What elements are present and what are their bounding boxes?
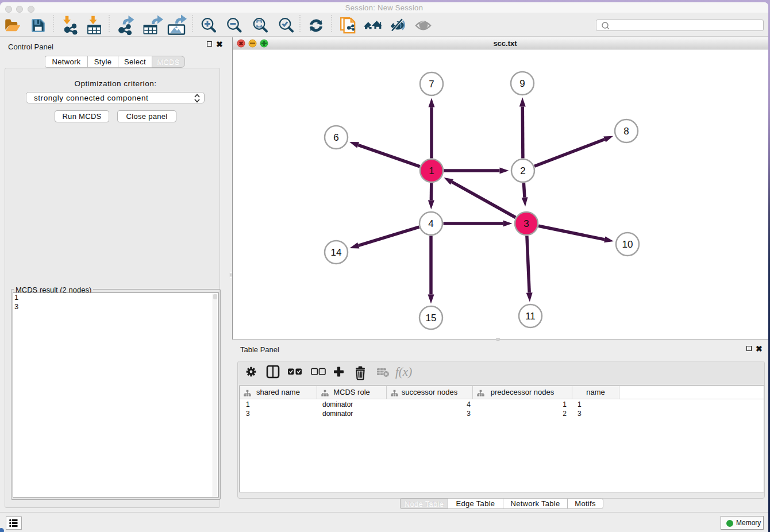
svg-text:14: 14 xyxy=(331,247,342,258)
svg-text:6: 6 xyxy=(333,132,338,143)
svg-text:4: 4 xyxy=(428,218,433,229)
svg-text:8: 8 xyxy=(623,126,629,137)
svg-text:9: 9 xyxy=(519,78,525,89)
svg-text:7: 7 xyxy=(429,79,434,90)
svg-text:f(x): f(x) xyxy=(395,365,412,379)
svg-text:1: 1 xyxy=(429,165,434,176)
svg-text:15: 15 xyxy=(426,313,437,323)
svg-text:11: 11 xyxy=(525,311,536,322)
svg-text:10: 10 xyxy=(622,239,633,250)
svg-text:3: 3 xyxy=(523,218,529,229)
svg-text:2: 2 xyxy=(520,165,525,176)
